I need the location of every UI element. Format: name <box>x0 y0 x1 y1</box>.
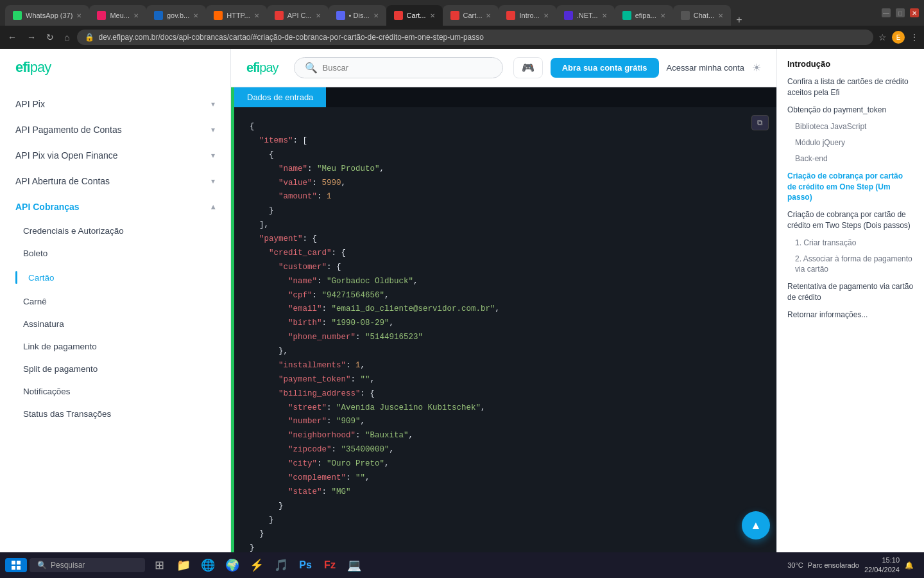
taskbar-app-terminal[interactable]: 💻 <box>343 554 366 577</box>
taskbar-app-fz[interactable]: Fz <box>318 554 341 577</box>
discord-button[interactable]: 🎮 <box>513 57 543 78</box>
taskbar-app-music[interactable]: 🎵 <box>270 554 293 577</box>
tab-cart-active[interactable]: Cart... ✕ <box>386 5 443 26</box>
sidebar-subitem-cartao[interactable]: Cartão <box>0 265 230 290</box>
sidebar-subitem-boleto[interactable]: Boleto <box>0 242 230 265</box>
sub-item-label: Split de pagamento <box>23 364 98 374</box>
code-line: } <box>250 514 761 528</box>
nav-item-label: API Pagamento de Contas <box>15 125 122 135</box>
sidebar-subitem-assinatura[interactable]: Assinatura <box>0 313 230 335</box>
tab-close[interactable]: ✕ <box>133 12 139 19</box>
new-tab-button[interactable]: + <box>731 14 747 26</box>
taskbar-app-globe[interactable]: 🌍 <box>221 554 244 577</box>
tab-close[interactable]: ✕ <box>486 12 491 19</box>
taskbar-time-display: 15:10 <box>864 556 900 565</box>
tab-close[interactable]: ✕ <box>660 12 665 19</box>
sidebar-item-api-cobrancas[interactable]: API Cobranças ▴ <box>0 194 230 220</box>
taskbar-app-files[interactable]: 📁 <box>172 554 195 577</box>
maximize-button[interactable]: □ <box>896 8 905 17</box>
right-sidebar-link-jquery[interactable]: Módulo jQuery <box>787 137 914 148</box>
code-line: "items": [ <box>250 134 761 148</box>
code-line: { <box>250 148 761 162</box>
tab-label: HTTP... <box>227 12 250 19</box>
right-sidebar-link-one-step[interactable]: Criação de cobrança por cartão de crédit… <box>787 171 914 203</box>
right-sidebar-link-retornar[interactable]: Retornar informações... <box>787 310 914 320</box>
sidebar-subitem-link[interactable]: Link de pagamento <box>0 335 230 358</box>
sidebar-subitem-credenciais[interactable]: Credenciais e Autorização <box>0 220 230 242</box>
taskbar-search[interactable]: 🔍 Pesquisar <box>30 558 145 572</box>
search-input[interactable] <box>323 63 492 73</box>
start-button[interactable] <box>5 558 27 572</box>
sub-item-label: Boleto <box>23 249 47 258</box>
right-sidebar-link-2[interactable]: Obtenção do payment_token <box>787 105 914 116</box>
sidebar-nav: API Pix ▾ API Pagamento de Contas ▾ API … <box>0 86 230 430</box>
vs-icon: ⚡ <box>250 558 264 572</box>
svg-rect-2 <box>12 566 15 570</box>
tab-close[interactable]: ✕ <box>316 12 321 19</box>
login-link[interactable]: Acessar minha conta <box>667 63 744 73</box>
scroll-top-button[interactable]: ▲ <box>742 511 770 539</box>
tab-apic[interactable]: API C... ✕ <box>267 5 329 26</box>
back-button[interactable]: ← <box>5 32 19 42</box>
tab-close[interactable]: ✕ <box>602 12 607 19</box>
refresh-button[interactable]: ↻ <box>44 32 56 42</box>
tab-close[interactable]: ✕ <box>254 12 259 19</box>
tab-label: efipa... <box>635 12 656 19</box>
sidebar-subitem-notificacoes[interactable]: Notificações <box>0 380 230 403</box>
tab-discord[interactable]: • Dis... ✕ <box>329 5 386 26</box>
right-sidebar-link-two-steps[interactable]: Criação de cobrança por cartão de crédit… <box>787 209 914 231</box>
theme-toggle-button[interactable]: ☀ <box>752 62 761 74</box>
sidebar-item-api-abertura[interactable]: API Abertura de Contas ▾ <box>0 168 230 194</box>
tab-close[interactable]: ✕ <box>543 12 549 19</box>
right-sidebar-link-backend[interactable]: Back-end <box>787 153 914 164</box>
taskbar-clock: 15:10 22/04/2024 <box>864 556 900 575</box>
tab-close[interactable]: ✕ <box>76 12 81 19</box>
tab-meu[interactable]: Meu... ✕ <box>89 5 146 26</box>
copy-button[interactable]: ⧉ <box>751 115 769 130</box>
tab-close[interactable]: ✕ <box>193 12 198 19</box>
profile-icon[interactable]: E <box>892 31 905 44</box>
chevron-up-icon: ▴ <box>211 202 215 211</box>
tab-close[interactable]: ✕ <box>373 12 379 19</box>
notifications-icon[interactable]: 🔔 <box>905 561 914 570</box>
sidebar-subitem-status[interactable]: Status das Transações <box>0 403 230 425</box>
bookmark-icon[interactable]: ☆ <box>878 32 887 42</box>
minimize-button[interactable]: — <box>882 8 891 17</box>
sidebar-subitem-carne[interactable]: Carnê <box>0 290 230 313</box>
tab-http[interactable]: HTTP... ✕ <box>206 5 266 26</box>
tab-whatsapp[interactable]: WhatsApp (37) ✕ <box>5 5 89 26</box>
forward-button[interactable]: → <box>24 32 38 42</box>
right-sidebar-link-associar[interactable]: 2. Associar à forma de pagamento via car… <box>787 254 914 276</box>
tab-close[interactable]: ✕ <box>430 12 435 19</box>
taskbar-app-vs[interactable]: ⚡ <box>245 554 268 577</box>
taskbar-app-edge[interactable]: 🌐 <box>196 554 219 577</box>
tab-close[interactable]: ✕ <box>718 12 723 19</box>
browser-tabs: WhatsApp (37) ✕ Meu... ✕ gov.b... ✕ HTTP… <box>5 0 874 26</box>
close-button[interactable]: ✕ <box>910 8 919 17</box>
signup-button[interactable]: Abra sua conta grátis <box>551 58 659 78</box>
windows-icon <box>12 561 21 570</box>
tab-chat[interactable]: Chat... ✕ <box>673 5 731 26</box>
tab-dotnet[interactable]: .NET... ✕ <box>556 5 615 26</box>
tab-efipa[interactable]: efipa... ✕ <box>615 5 673 26</box>
taskbar-app-task-view[interactable]: ⊞ <box>148 554 171 577</box>
right-sidebar-link-biblioteca[interactable]: Biblioteca JavaScript <box>787 121 914 132</box>
sidebar-item-api-pagamento[interactable]: API Pagamento de Contas ▾ <box>0 117 230 143</box>
sidebar-item-api-pix-open-finance[interactable]: API Pix via Open Finance ▾ <box>0 143 230 168</box>
tab-cart2[interactable]: Cart... ✕ <box>443 5 499 26</box>
extensions-icon[interactable]: ⋮ <box>910 32 919 42</box>
tab-gov[interactable]: gov.b... ✕ <box>146 5 206 26</box>
taskbar-app-ps[interactable]: Ps <box>294 554 317 577</box>
dados-tab: Dados de entrada <box>234 87 326 107</box>
address-bar[interactable]: 🔒 dev.efipay.com.br/docs/api-cobrancas/c… <box>77 30 873 45</box>
tab-intro[interactable]: Intro... ✕ <box>499 5 556 26</box>
sidebar-item-api-pix[interactable]: API Pix ▾ <box>0 91 230 117</box>
fz-icon: Fz <box>324 559 336 571</box>
right-sidebar-link-criar[interactable]: 1. Criar transação <box>787 238 914 249</box>
sidebar-subitem-split[interactable]: Split de pagamento <box>0 358 230 380</box>
header-search[interactable]: 🔍 <box>294 57 503 78</box>
home-button[interactable]: ⌂ <box>62 32 72 42</box>
right-sidebar-link-retentativa[interactable]: Retentativa de pagamento via cartão de c… <box>787 281 914 303</box>
window-controls: — □ ✕ <box>877 8 919 17</box>
right-sidebar-link-1[interactable]: Confira a lista de cartões de crédito ac… <box>787 76 914 98</box>
